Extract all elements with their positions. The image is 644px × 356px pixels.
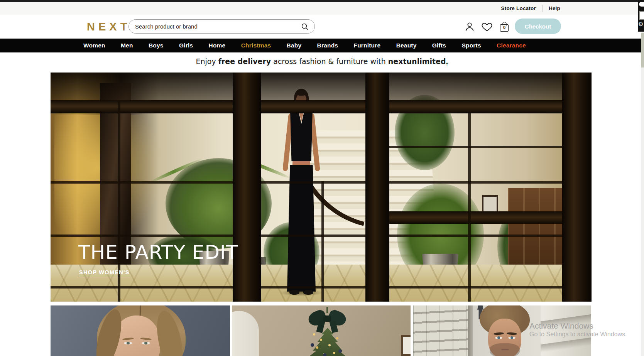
- frame-post: [233, 73, 261, 302]
- frame-hbar: [366, 146, 592, 148]
- tile3-iris: [497, 336, 500, 339]
- frame-post: [365, 73, 389, 302]
- frame-beam-mid: [366, 211, 592, 224]
- search-input[interactable]: [134, 23, 301, 30]
- nav-item-home[interactable]: Home: [209, 42, 226, 49]
- bag-icon[interactable]: 0: [498, 20, 511, 34]
- banner-text: Enjoy free delivery across fashion & fur…: [196, 57, 448, 67]
- main-nav: Women Men Boys Girls Home Christmas Baby…: [0, 39, 641, 52]
- nav-items: Women Men Boys Girls Home Christmas Baby…: [83, 42, 526, 49]
- tile2-bow-stem: [326, 307, 328, 313]
- scrollbar-thumb[interactable]: [641, 33, 644, 67]
- hero-cabinet: [508, 188, 570, 266]
- search-icon[interactable]: [301, 22, 309, 31]
- help-link[interactable]: Help: [549, 5, 560, 11]
- scrollbar-track[interactable]: [641, 31, 644, 356]
- utility-links: Store Locator Help: [501, 2, 560, 15]
- tile-christmas-home[interactable]: [232, 305, 411, 356]
- nav-item-sports[interactable]: Sports: [461, 42, 481, 49]
- nav-item-clearance[interactable]: Clearance: [497, 42, 526, 49]
- glass-top-shade: [51, 73, 592, 100]
- tile2-tree-lights: [313, 333, 315, 336]
- bag-body: 0: [500, 24, 509, 32]
- nav-item-baby[interactable]: Baby: [287, 42, 302, 49]
- frame-vbar: [468, 113, 471, 302]
- account-icon[interactable]: [463, 20, 476, 34]
- shop-womens-link[interactable]: SHOP WOMEN'S: [79, 269, 130, 275]
- hero-video-banner[interactable]: THE PARTY EDIT SHOP WOMEN'S: [51, 73, 592, 302]
- tile2-bow-knot: [323, 316, 331, 322]
- hero-title: THE PARTY EDIT: [78, 241, 238, 263]
- tile2-baubles: [311, 343, 314, 347]
- frame-post: [562, 73, 592, 302]
- nav-item-boys[interactable]: Boys: [149, 42, 164, 49]
- utility-bar: Store Locator Help: [0, 2, 644, 15]
- next-logo[interactable]: NEXT: [87, 20, 130, 33]
- model-trousers: [287, 165, 316, 292]
- favourites-icon[interactable]: [480, 20, 494, 34]
- frame-hbar: [51, 181, 592, 184]
- nav-item-beauty[interactable]: Beauty: [396, 42, 417, 49]
- checkout-button[interactable]: Checkout: [515, 19, 561, 34]
- tile1-iris: [127, 342, 130, 344]
- tile1-iris: [144, 342, 147, 344]
- tile3-iris: [510, 336, 513, 339]
- nav-item-furniture[interactable]: Furniture: [354, 42, 381, 49]
- gear-icon[interactable]: ⚙: [638, 20, 644, 28]
- tile-menswear[interactable]: [413, 305, 591, 356]
- model-waist: [292, 160, 310, 166]
- nav-item-girls[interactable]: Girls: [179, 42, 193, 49]
- frame-beam-top: [51, 100, 592, 113]
- free-delivery-banner: Enjoy free delivery across fashion & fur…: [0, 54, 644, 70]
- model-shoe: [289, 290, 299, 295]
- nav-item-gifts[interactable]: Gifts: [432, 42, 446, 49]
- utility-divider: [542, 5, 543, 12]
- tile3-mouth: [501, 349, 509, 350]
- widget-box[interactable]: [639, 11, 644, 20]
- nav-item-christmas[interactable]: Christmas: [241, 42, 271, 49]
- nav-item-women[interactable]: Women: [83, 42, 105, 49]
- nav-item-men[interactable]: Men: [121, 42, 133, 49]
- tile2-picture-frame: [401, 335, 411, 356]
- tile3-building-edge: [468, 305, 473, 356]
- bag-count-badge: 0: [500, 25, 508, 30]
- model-shoe: [303, 290, 313, 295]
- tile3-stone-blocks: [413, 305, 468, 356]
- nav-item-brands[interactable]: Brands: [317, 42, 338, 49]
- hero-model: [276, 89, 326, 299]
- tile-women-partywear[interactable]: [51, 305, 230, 356]
- widget-pill[interactable]: [639, 2, 644, 7]
- frame-hbar: [51, 235, 592, 237]
- site-header: NEXT 0 Checkout: [0, 15, 644, 39]
- frame-vbar: [321, 181, 324, 302]
- search-bar[interactable]: [128, 19, 315, 34]
- frame-hbar: [51, 286, 592, 289]
- store-locator-link[interactable]: Store Locator: [501, 5, 536, 11]
